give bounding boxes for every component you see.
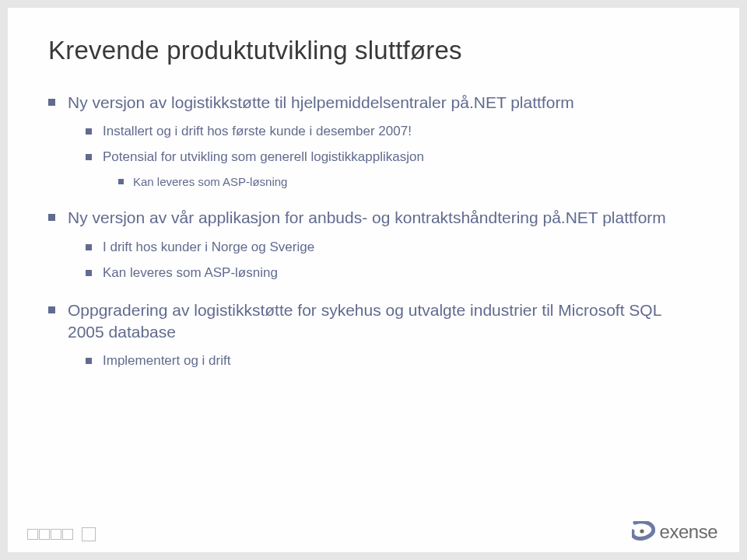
logo-text: exense [660,521,717,543]
list-item-text: Kan leveres som ASP-løsning [133,174,287,190]
square-bullet-icon [86,154,92,160]
list-item: I drift hos kunder i Norge og Sverige [86,239,699,257]
square-bullet-icon [86,244,92,250]
list-item: Kan leveres som ASP-løsning [118,174,699,190]
list-item-text: Ny versjon av vår applikasjon for anbuds… [68,207,666,229]
list-item-text: Potensial for utvikling som generell log… [103,149,424,166]
list-item-text: Oppgradering av logistikkstøtte for syke… [68,299,699,344]
list-item-text: Kan leveres som ASP-løsning [103,264,278,282]
decoration-boxes-icon [27,529,96,541]
square-bullet-icon [48,214,55,221]
list-item: Ny versjon av vår applikasjon for anbuds… [48,207,699,282]
list-item-text: Implementert og i drift [103,352,230,370]
list-item: Oppgradering av logistikkstøtte for syke… [48,299,699,371]
square-bullet-icon [86,358,92,364]
list-item: Installert og i drift hos første kunde i… [86,123,699,141]
slide-footer: exense [8,507,739,552]
company-logo: exense [632,521,717,543]
list-item-text: I drift hos kunder i Norge og Sverige [103,239,314,257]
bullet-list: Ny versjon av logistikkstøtte til hjelpe… [48,92,699,370]
list-item: Implementert og i drift [86,352,699,370]
list-item: Ny versjon av logistikkstøtte til hjelpe… [48,92,699,190]
list-item: Kan leveres som ASP-løsning [86,264,699,282]
list-item: Potensial for utvikling som generell log… [86,149,699,190]
logo-mark-icon [632,521,655,543]
square-bullet-icon [86,128,92,135]
square-bullet-icon [48,99,55,106]
svg-point-0 [640,529,644,533]
list-item-text: Ny versjon av logistikkstøtte til hjelpe… [68,92,574,114]
square-bullet-icon [86,270,92,276]
list-item-text: Installert og i drift hos første kunde i… [103,123,412,141]
square-bullet-icon [118,179,124,184]
square-bullet-icon [48,306,55,313]
slide-title: Krevende produktutvikling sluttføres [48,36,699,65]
slide: Krevende produktutvikling sluttføres Ny … [8,8,739,552]
